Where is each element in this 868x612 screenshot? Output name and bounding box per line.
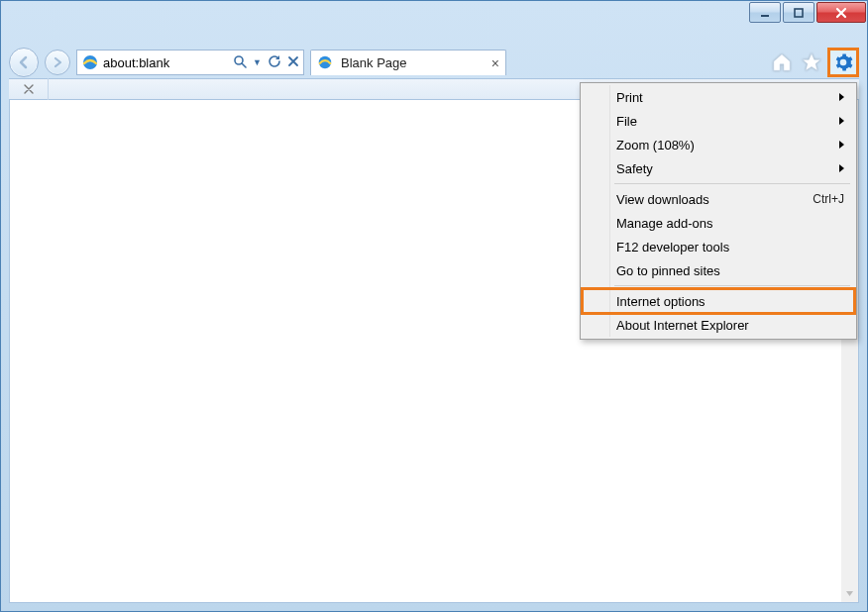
menu-item-file[interactable]: File [583,109,854,133]
tools-menu: Print File Zoom (108%) Safety View downl… [580,82,857,340]
scroll-down-icon[interactable] [841,585,858,602]
menu-item-shortcut: Ctrl+J [813,192,844,206]
svg-rect-1 [795,9,803,17]
address-url: about:blank [103,55,229,70]
forward-button[interactable] [45,50,70,75]
forward-arrow-icon [51,55,64,69]
menu-item-view-downloads[interactable]: View downloads Ctrl+J [583,187,854,211]
svg-rect-0 [761,15,769,17]
menu-item-manage-addons[interactable]: Manage add-ons [583,211,854,235]
address-actions: ▼ [233,54,299,71]
close-icon [834,7,848,19]
nav-toolbar: about:blank ▼ Blank Page × [9,47,859,78]
menu-item-label: View downloads [616,192,813,207]
home-button[interactable] [768,49,796,76]
tools-button[interactable] [827,48,859,77]
star-icon [801,51,822,73]
menu-item-zoom[interactable]: Zoom (108%) [583,133,854,156]
menu-item-label: Zoom (108%) [616,138,839,153]
tab-close-icon[interactable]: × [491,55,499,71]
menu-item-label: Manage add-ons [616,216,844,231]
maximize-button[interactable] [783,2,814,23]
menu-item-label: About Internet Explorer [616,318,844,333]
search-icon[interactable] [233,54,247,71]
ie-logo-icon [317,54,335,72]
minimize-icon [759,7,771,19]
mini-tab-close[interactable] [9,78,49,100]
menu-item-label: Safety [616,161,839,176]
stop-icon[interactable] [287,54,299,70]
favorites-button[interactable] [798,49,825,76]
menu-item-pinned-sites[interactable]: Go to pinned sites [583,258,854,282]
minimize-button[interactable] [749,2,781,23]
back-button[interactable] [9,48,39,77]
submenu-arrow-icon [839,164,844,172]
dropdown-arrow-icon[interactable]: ▼ [253,57,262,67]
menu-item-label: Go to pinned sites [616,263,844,278]
submenu-arrow-icon [839,141,844,149]
tab-title: Blank Page [341,55,486,70]
submenu-arrow-icon [839,93,844,101]
right-toolbar [768,47,859,78]
menu-item-label: Print [616,90,839,105]
menu-item-print[interactable]: Print [583,85,854,109]
menu-item-label: File [616,114,839,129]
back-arrow-icon [16,54,32,70]
refresh-icon[interactable] [268,54,281,71]
home-icon [771,51,793,73]
menu-item-about[interactable]: About Internet Explorer [583,313,854,337]
menu-separator [614,183,850,184]
menu-separator [614,285,850,286]
gear-icon [833,52,853,72]
browser-window: about:blank ▼ Blank Page × [0,0,868,612]
maximize-icon [793,7,805,19]
titlebar [1,1,867,37]
address-bar[interactable]: about:blank ▼ [76,50,304,75]
menu-item-label: Internet options [616,294,844,309]
browser-tab[interactable]: Blank Page × [310,50,506,75]
menu-item-label: F12 developer tools [616,240,844,255]
close-x-icon [24,84,34,94]
menu-item-f12-tools[interactable]: F12 developer tools [583,235,854,258]
ie-logo-icon [81,53,99,71]
svg-line-4 [242,63,246,67]
menu-item-safety[interactable]: Safety [583,156,854,180]
window-controls [749,2,866,23]
close-button[interactable] [816,2,866,23]
menu-item-internet-options[interactable]: Internet options [583,289,854,313]
submenu-arrow-icon [839,117,844,125]
